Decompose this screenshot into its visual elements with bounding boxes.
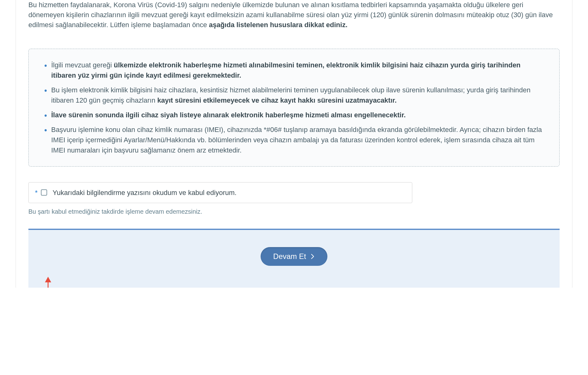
intro-text-bold: aşağıda listelenen hususlara dikkat edin…: [209, 21, 347, 29]
checkbox-box[interactable]: * Yukarıdaki bilgilendirme yazısını okud…: [28, 182, 412, 203]
list-item-bold: ülkemizde elektronik haberleşme hizmeti …: [51, 61, 521, 79]
info-box: İlgili mevzuat gereği ülkemizde elektron…: [28, 49, 560, 167]
continue-button[interactable]: Devam Et: [261, 247, 327, 266]
required-indicator: *: [35, 188, 38, 198]
info-list: İlgili mevzuat gereği ülkemizde elektron…: [44, 60, 547, 155]
list-item: Bu işlem elektronik kimlik bilgisini hai…: [44, 85, 547, 105]
accept-terms-checkbox[interactable]: [41, 189, 47, 196]
list-item: İlgili mevzuat gereği ülkemizde elektron…: [44, 60, 547, 80]
list-item-bold: İlave sürenin sonunda ilgili cihaz siyah…: [51, 111, 406, 119]
list-item-prefix: Başvuru işlemine konu olan cihaz kimlik …: [51, 126, 542, 154]
helper-text: Bu şartı kabul etmediğiniz takdirde işle…: [28, 207, 560, 216]
checkbox-label: Yukarıdaki bilgilendirme yazısını okudum…: [53, 188, 237, 198]
list-item-bold: kayıt süresini etkilemeyecek ve cihaz ka…: [157, 96, 397, 104]
intro-paragraph: Bu hizmetten faydalanarak, Korona Virüs …: [28, 0, 560, 30]
button-section: Devam Et: [28, 229, 560, 288]
continue-button-label: Devam Et: [273, 252, 306, 261]
checkbox-container: * Yukarıdaki bilgilendirme yazısını okud…: [28, 182, 560, 203]
chevron-right-icon: [311, 254, 315, 259]
list-item: İlave sürenin sonunda ilgili cihaz siyah…: [44, 110, 547, 120]
list-item: Başvuru işlemine konu olan cihaz kimlik …: [44, 124, 547, 155]
list-item-prefix: İlgili mevzuat gereği: [51, 61, 114, 69]
